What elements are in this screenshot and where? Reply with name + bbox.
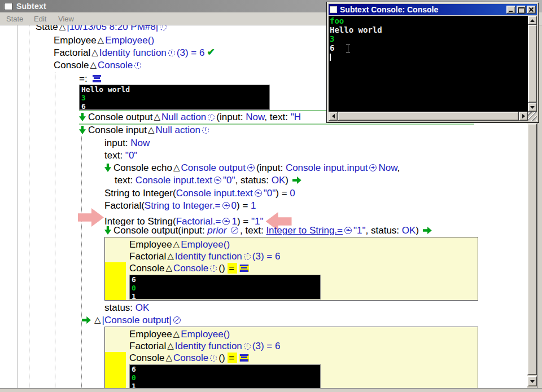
expand-down-arrow-icon[interactable] (79, 126, 86, 134)
text-segment[interactable]: String to Integer.= (145, 200, 221, 211)
text-segment[interactable]: "H (291, 112, 301, 122)
text-segment[interactable]: Console output (181, 162, 246, 173)
maximize-button[interactable] (517, 6, 526, 14)
text-segment[interactable]: Console input.text (176, 188, 253, 199)
result-right-arrow-icon[interactable] (82, 316, 91, 324)
row-console-echo[interactable]: Console echo△Console output(input: Conso… (104, 162, 400, 174)
console-icon (239, 265, 249, 272)
text-segment[interactable]: (3) = 6 (252, 251, 281, 262)
row-employee[interactable]: Employee△Employee() (54, 34, 154, 47)
text-segment[interactable]: (3) = 6 (252, 341, 281, 351)
text-segment[interactable]: Console input.input (286, 162, 368, 173)
expand-down-arrow-icon[interactable] (104, 226, 111, 235)
snapshot-row[interactable]: Employee△Employee() (129, 328, 230, 340)
console-window[interactable]: Subtext Console: Console fooHello world3… (326, 2, 539, 123)
scroll-down-button[interactable] (528, 103, 537, 112)
row-integer-to-string[interactable]: Integer to String(Factorial.=1) = "1" (104, 212, 292, 224)
row-console-output-ref[interactable]: △|Console output| (81, 314, 182, 327)
text-segment[interactable]: "0" (125, 150, 138, 161)
result-right-arrow-icon[interactable] (292, 177, 301, 184)
console-horizontal-scrollbar[interactable] (329, 112, 528, 121)
row-console-echo-cont[interactable]: text: Console input.text"0", status: OK) (115, 174, 304, 187)
row-console[interactable]: Console△Console (54, 59, 143, 72)
text-segment[interactable]: Identity function (99, 47, 167, 58)
text-segment[interactable]: |Console output| (102, 315, 172, 325)
console-box-main: Hello world36 (79, 85, 270, 110)
snapshot-row[interactable]: Employee△Employee() (129, 239, 230, 250)
row-text-zero[interactable]: text: "0" (104, 149, 137, 162)
scrollbar-thumb[interactable] (338, 112, 519, 121)
console-line: 6 (132, 275, 318, 284)
reference-arrow-icon (222, 202, 230, 209)
text-segment[interactable]: = (228, 353, 237, 363)
row-factorial-call[interactable]: Factorial(String to Integer.=0) = 1 (104, 200, 256, 212)
text-segment[interactable]: (3) = 6 (177, 47, 205, 58)
scroll-right-button[interactable] (519, 112, 528, 121)
text-segment: ) (416, 225, 421, 236)
minimize-button[interactable] (506, 6, 515, 14)
text-segment[interactable]: prior (207, 225, 229, 236)
row-input-now[interactable]: input: Now (104, 137, 150, 149)
row-console-output-call[interactable]: Console output(input: prior , text: Inte… (104, 224, 434, 237)
console-line: 1 (132, 292, 318, 299)
text-segment[interactable]: Console input.text (136, 175, 212, 186)
text-segment[interactable]: 0 (290, 188, 295, 199)
text-segment: △ (89, 60, 98, 69)
text-segment[interactable]: "1" (353, 225, 366, 236)
snapshot-row[interactable]: Console△Console() = (129, 262, 250, 274)
text-segment[interactable]: Now (130, 138, 150, 148)
text-segment[interactable]: "0" (264, 188, 276, 199)
terminal-line: Hello world (330, 25, 527, 34)
menu-item-state[interactable]: State (6, 15, 23, 23)
row-string-to-integer[interactable]: String to Integer(Console input.text"0")… (104, 187, 295, 200)
expand-down-arrow-icon[interactable] (104, 164, 111, 172)
scrollbar-thumb[interactable] (528, 25, 537, 103)
text-segment[interactable]: 1 (251, 200, 256, 211)
console-title-bar[interactable]: Subtext Console: Console (329, 4, 537, 15)
text-segment[interactable]: OK (272, 175, 286, 186)
row-console-input-action[interactable]: Console input△Null action (79, 124, 211, 136)
execution-highlight-bar (105, 352, 126, 388)
console-terminal[interactable]: fooHello world36 (329, 16, 528, 112)
scrollbar-thumb[interactable] (527, 124, 537, 375)
text-segment[interactable]: Employee() (181, 239, 230, 250)
console-vertical-scrollbar[interactable] (528, 16, 537, 112)
text-segment[interactable]: Console (173, 353, 208, 363)
text-segment: status: (104, 302, 136, 313)
result-right-arrow-icon[interactable] (423, 227, 432, 234)
text-segment[interactable]: 0 (231, 200, 237, 211)
menu-item-edit[interactable]: Edit (34, 15, 46, 23)
snapshot-row[interactable]: Factorial△Identity function(3) = 6 (129, 340, 280, 352)
resize-grip[interactable] (528, 112, 537, 121)
text-segment[interactable]: Identity function (175, 251, 242, 262)
menu-item-view[interactable]: View (58, 15, 74, 23)
text-segment[interactable]: Identity function (175, 341, 242, 351)
row-status-ok[interactable]: status: OK (104, 302, 149, 314)
text-segment[interactable]: Employee() (105, 35, 154, 46)
text-segment[interactable]: Console (98, 60, 133, 71)
text-segment[interactable]: Console (173, 263, 208, 274)
row-console-value[interactable]: =: (79, 73, 103, 85)
snapshot-row[interactable]: Console△Console() = (129, 352, 250, 364)
text-segment[interactable]: "0" (223, 175, 235, 186)
row-factorial[interactable]: Factorial△Identity function(3) = 6 (54, 47, 217, 59)
text-segment[interactable]: Now (246, 112, 264, 122)
scroll-down-button[interactable] (527, 376, 537, 386)
text-segment[interactable]: = (228, 263, 237, 274)
close-button[interactable] (527, 6, 536, 14)
expand-down-arrow-icon[interactable] (79, 113, 86, 121)
text-segment[interactable]: Integer to String.= (266, 225, 343, 236)
terminal-line: 3 (330, 34, 527, 43)
text-segment[interactable]: Employee() (181, 329, 230, 340)
text-segment: Console output(input: (113, 225, 207, 236)
row-state-version[interactable]: State△|10/13/05 8:20 PM#8| (36, 25, 168, 33)
text-segment[interactable]: Null action (161, 112, 206, 122)
snapshot-row[interactable]: Factorial△Identity function(3) = 6 (129, 250, 280, 262)
text-segment[interactable]: OK (136, 302, 150, 313)
text-segment[interactable]: Null action (156, 125, 200, 135)
text-segment[interactable]: Now (378, 162, 397, 173)
text-segment[interactable]: OK (402, 225, 416, 236)
scroll-left-button[interactable] (329, 112, 338, 121)
scroll-up-button[interactable] (528, 16, 537, 25)
text-segment[interactable]: |10/13/05 8:20 PM#8| (67, 25, 158, 32)
